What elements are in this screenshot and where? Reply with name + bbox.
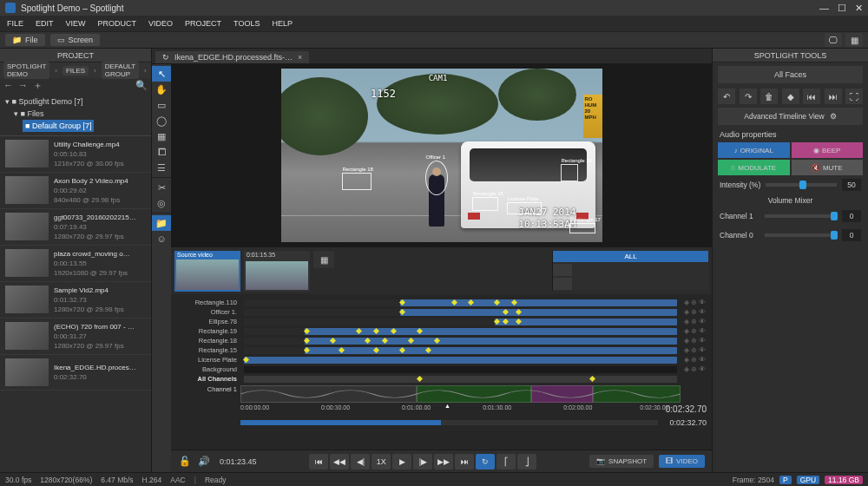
all-button[interactable]: ALL [553, 251, 708, 262]
beep-button[interactable]: ◉ BEEP [792, 142, 864, 158]
strip-btn-2[interactable] [553, 278, 572, 290]
back-button[interactable]: ← [3, 80, 13, 90]
range-end-button[interactable]: ⎦ [517, 454, 536, 470]
menu-product[interactable]: PRODUCT [98, 19, 137, 28]
play-button[interactable]: ▶ [392, 454, 411, 470]
screen-button[interactable]: ▭ Screen [50, 34, 101, 46]
badge-gpu: GPU [797, 476, 819, 484]
prev-frame-button[interactable]: ◀| [351, 454, 370, 470]
step-fwd-button[interactable]: ▶▶ [434, 454, 453, 470]
maximize-button[interactable]: ☐ [838, 3, 846, 14]
forward-button[interactable]: → [18, 80, 28, 90]
next-frame-button[interactable]: |▶ [413, 454, 432, 470]
face-tool[interactable]: ☺ [152, 231, 171, 246]
tab-video[interactable]: ↻ Ikena_EDGE.HD.processed.fts-… × [155, 51, 309, 63]
folder-tool[interactable]: 📁 [152, 215, 171, 231]
close-button[interactable]: ✕ [855, 3, 863, 14]
nav-controls: ← → ＋ 🔍 [0, 78, 151, 92]
menu-edit[interactable]: EDIT [36, 19, 54, 28]
tree-files[interactable]: ▾ ■ Files [5, 108, 146, 120]
hand-tool[interactable]: ✋ [152, 82, 171, 97]
end-button[interactable]: ⏭ [455, 454, 474, 470]
original-button[interactable]: ♪ ORIGINAL [718, 142, 790, 158]
speaker-icon[interactable]: 🔊 [197, 455, 211, 469]
project-header: PROJECT [0, 49, 151, 62]
strip-icon-button[interactable]: ▦ [313, 251, 334, 268]
menu-tools[interactable]: TOOLS [233, 19, 260, 28]
screen-icon: ▭ [57, 36, 65, 44]
rewind-button[interactable]: ⏮ [309, 454, 328, 470]
time-thumb[interactable]: 0:01:15.35 [244, 251, 310, 292]
menu-project[interactable]: PROJECT [185, 19, 221, 28]
channel1-slider[interactable] [765, 214, 837, 218]
layout-button[interactable]: ▦ [845, 33, 863, 47]
list-tool[interactable]: ☰ [152, 160, 171, 175]
list-item[interactable]: ggt00733_20160202215…0:07:19.431280x720 … [0, 209, 151, 246]
ellipse-tool[interactable]: ◯ [152, 113, 171, 128]
add-button[interactable]: ＋ [33, 79, 43, 92]
cursor-tool[interactable]: ↖ [152, 66, 171, 82]
list-item[interactable]: Sample Vid2.mp40:01:32.731280x720 @ 29.9… [0, 282, 151, 319]
strip-btn-1[interactable] [553, 264, 572, 276]
thumbnail [5, 176, 49, 204]
badge-mem: 11.16 GB [825, 476, 863, 484]
menu-view[interactable]: VIEW [66, 19, 86, 28]
measure-tool[interactable]: ⧠ [152, 144, 171, 160]
rect-tool[interactable]: ▭ [152, 97, 171, 113]
keyframe-button[interactable]: ◆ [782, 89, 799, 104]
intensity-slider[interactable] [766, 183, 837, 187]
menu-video[interactable]: VIDEO [148, 19, 173, 28]
skip-fwd-button[interactable]: ⏭ [825, 89, 842, 104]
snapshot-button[interactable]: 📷SNAPSHOT [589, 455, 654, 468]
skip-back-button[interactable]: ⏮ [803, 89, 820, 104]
search-icon[interactable]: 🔍 [135, 80, 148, 91]
timeline[interactable]: Rectangle.110◈ ⊕ 👁 Officer 1.◈ ⊕ 👁 Ellip… [171, 294, 712, 450]
menu-file[interactable]: FILE [7, 19, 23, 28]
grid-tool[interactable]: ▦ [152, 128, 171, 144]
mute-button[interactable]: 🔇 MUTE [792, 160, 864, 175]
modulate-button[interactable]: ⎍ MODULATE [718, 160, 790, 175]
menu-help[interactable]: HELP [272, 19, 293, 28]
file-button[interactable]: 📁 File [5, 34, 45, 46]
crumb-project[interactable]: SPOTLIGHT DEMO [3, 62, 49, 79]
speed-button[interactable]: 1X [372, 454, 391, 470]
scrub-bar[interactable] [240, 420, 658, 425]
range-start-button[interactable]: ⎡ [496, 454, 516, 470]
monitor-button[interactable]: 🖵 [825, 33, 842, 47]
tree-group-selected[interactable]: ■ Default Group [7] [23, 120, 94, 132]
step-back-button[interactable]: ◀◀ [330, 454, 349, 470]
minimize-button[interactable]: — [819, 3, 829, 14]
list-item[interactable]: Ikena_EDGE.HD.proces…0:02:32.70 [0, 355, 151, 391]
video-preview[interactable]: RO HUM 20 MPH CAM1 1152 JAN27 2014 10:13… [171, 64, 712, 246]
crumb-group[interactable]: DEFAULT GROUP [102, 62, 139, 79]
tree-root[interactable]: ▾ ■ Spotlight Demo [7] [5, 95, 146, 108]
intensity-value: 50 [842, 179, 861, 191]
crumb-files[interactable]: FILES [62, 66, 89, 76]
menu-bar: FILE EDIT VIEW PRODUCT VIDEO PROJECT TOO… [0, 16, 868, 31]
status-codec: H.264 [142, 476, 162, 484]
status-audio: AAC [170, 476, 185, 484]
advanced-timeline-button[interactable]: Advanced Timeline View ⚙ [718, 108, 863, 125]
loop-button[interactable]: ↻ [476, 454, 495, 470]
overlay-frame: 1152 [371, 88, 396, 100]
channel0-slider[interactable] [765, 233, 837, 237]
badge-p: P [779, 476, 792, 484]
crop-tool[interactable]: ✂ [152, 180, 171, 195]
redo-button[interactable]: ↷ [740, 89, 757, 104]
list-item[interactable]: (ECHO) 720 from 007 - …0:00:31.271280x72… [0, 319, 151, 355]
list-item[interactable]: plaza crowd_moving o…0:00:13.551920x1080… [0, 246, 151, 282]
lock-icon[interactable]: 🔓 [178, 455, 192, 469]
close-icon[interactable]: × [298, 53, 302, 62]
delete-button[interactable]: 🗑 [760, 89, 778, 104]
all-faces-button[interactable]: All Faces [718, 66, 863, 83]
target-tool[interactable]: ◎ [152, 195, 171, 211]
audio-props-label: Audio properties [713, 127, 868, 142]
list-item[interactable]: Utility Challenge.mp40:05:10.831216x720 … [0, 136, 151, 173]
clip-strip: Source video 0:01:15.35 ▦ ALL [171, 246, 712, 294]
list-item[interactable]: Axon Body 2 Video.mp40:00:29.62840x480 @… [0, 173, 151, 209]
undo-button[interactable]: ↶ [718, 89, 735, 104]
film-icon: 🎞 [666, 457, 673, 465]
expand-button[interactable]: ⛶ [845, 89, 863, 104]
video-export-button[interactable]: 🎞VIDEO [659, 455, 705, 468]
source-thumb[interactable]: Source video [174, 251, 240, 292]
